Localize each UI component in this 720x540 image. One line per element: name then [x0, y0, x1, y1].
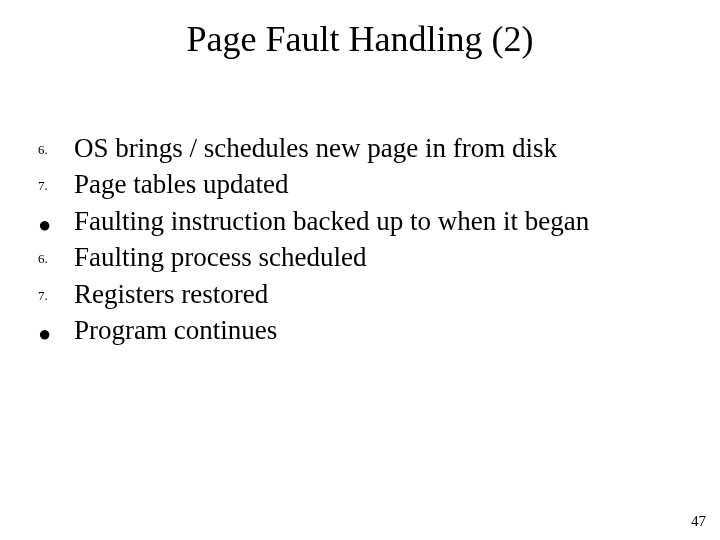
list-item-text: Faulting process scheduled: [74, 239, 366, 275]
list-item: ● Faulting instruction backed up to when…: [36, 203, 684, 239]
slide: Page Fault Handling (2) 6. OS brings / s…: [0, 0, 720, 540]
list-item-text: OS brings / schedules new page in from d…: [74, 130, 557, 166]
list-item: 6. OS brings / schedules new page in fro…: [36, 130, 684, 166]
list-marker: 6.: [36, 250, 74, 268]
bullet-icon: ●: [36, 319, 74, 349]
list-item: 6. Faulting process scheduled: [36, 239, 684, 275]
page-number: 47: [691, 513, 706, 530]
list-item: ● Program continues: [36, 312, 684, 348]
list-item-text: Page tables updated: [74, 166, 288, 202]
slide-title: Page Fault Handling (2): [0, 0, 720, 60]
slide-body: 6. OS brings / schedules new page in fro…: [36, 130, 684, 349]
list-item: 7. Registers restored: [36, 276, 684, 312]
list-item-text: Faulting instruction backed up to when i…: [74, 203, 589, 239]
bullet-icon: ●: [36, 210, 74, 240]
list-marker: 7.: [36, 287, 74, 305]
list-marker: 7.: [36, 177, 74, 195]
list-item-text: Registers restored: [74, 276, 268, 312]
list-marker: 6.: [36, 141, 74, 159]
list-item: 7. Page tables updated: [36, 166, 684, 202]
list-item-text: Program continues: [74, 312, 277, 348]
